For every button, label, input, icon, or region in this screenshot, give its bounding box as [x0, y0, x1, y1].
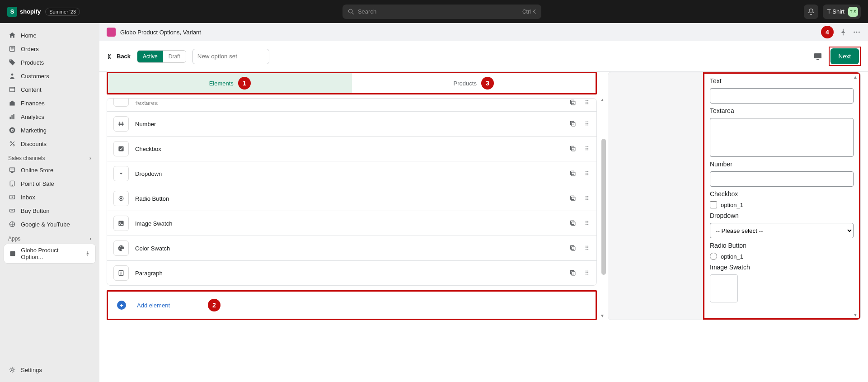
- sidebar-item-marketing[interactable]: Marketing: [4, 123, 96, 137]
- sidebar-channel-online-store[interactable]: Online Store: [4, 163, 96, 177]
- callout-3: 3: [481, 77, 494, 90]
- duplicate-icon[interactable]: [569, 145, 577, 152]
- preview-form-highlight: ▲ Text Textarea Number Checkbox option_1…: [703, 72, 860, 320]
- desktop-preview-icon[interactable]: [813, 52, 822, 61]
- store-menu[interactable]: T-Shirt T-S: [823, 5, 861, 19]
- drag-icon[interactable]: [584, 269, 590, 277]
- svg-point-39: [586, 124, 586, 125]
- checkbox-input[interactable]: [710, 201, 717, 208]
- element-row-paragraph[interactable]: Paragraph: [107, 261, 596, 285]
- apps-header[interactable]: Apps ›: [4, 231, 96, 244]
- sidebar-channel-google[interactable]: Google & YouTube: [4, 217, 96, 231]
- more-icon[interactable]: [853, 28, 861, 36]
- sidebar-item-analytics[interactable]: Analytics: [4, 110, 96, 123]
- preview-dropdown-label: Dropdown: [710, 212, 854, 219]
- sidebar-item-discounts[interactable]: Discounts: [4, 137, 96, 151]
- svg-rect-90: [572, 272, 575, 275]
- sidebar-item-finances[interactable]: Finances: [4, 96, 96, 110]
- pin-icon[interactable]: [84, 250, 91, 257]
- callout-4: 4: [821, 26, 834, 38]
- sidebar-item-home[interactable]: Home: [4, 28, 96, 42]
- svg-rect-60: [572, 197, 575, 201]
- preview-scroll-down-icon[interactable]: ▼: [853, 312, 858, 317]
- svg-rect-70: [572, 222, 575, 226]
- drag-icon[interactable]: [584, 220, 590, 227]
- search-shortcut: Ctrl K: [522, 9, 536, 15]
- scroll-down-icon[interactable]: ▼: [599, 313, 606, 318]
- duplicate-icon[interactable]: [569, 195, 577, 202]
- sidebar-item-content[interactable]: Content: [4, 83, 96, 96]
- palette-icon: [113, 241, 129, 256]
- svg-rect-23: [814, 53, 821, 58]
- radio-input[interactable]: [710, 253, 717, 260]
- element-row-color-swatch[interactable]: Color Swatch: [107, 236, 596, 261]
- svg-rect-50: [572, 172, 575, 176]
- element-row-checkbox[interactable]: Checkbox: [107, 137, 596, 161]
- status-draft[interactable]: Draft: [163, 51, 186, 62]
- sidebar-item-label: Settings: [21, 367, 42, 373]
- svg-rect-12: [10, 181, 14, 186]
- left-panel: Elements 1 Products 3 ▲ ▼ Textarea: [107, 72, 597, 320]
- preview-swatch[interactable]: [710, 274, 738, 302]
- sidebar-item-orders[interactable]: Orders: [4, 42, 96, 56]
- preview-checkbox-option[interactable]: option_1: [710, 201, 854, 208]
- element-row-number[interactable]: Number: [107, 112, 596, 137]
- sidebar-channel-pos[interactable]: Point of Sale: [4, 177, 96, 190]
- element-row-image-swatch[interactable]: Image Swatch: [107, 211, 596, 236]
- svg-point-67: [587, 199, 588, 200]
- sales-channels-header[interactable]: Sales channels ›: [4, 151, 96, 163]
- tab-elements[interactable]: Elements 1: [108, 73, 352, 93]
- svg-point-38: [587, 123, 588, 124]
- next-button[interactable]: Next: [830, 48, 859, 64]
- sidebar-app-globo[interactable]: Globo Product Option...: [4, 244, 96, 264]
- duplicate-icon[interactable]: [569, 120, 577, 127]
- number-icon: [113, 116, 129, 132]
- drag-icon[interactable]: [584, 245, 590, 252]
- drag-icon[interactable]: [584, 99, 590, 106]
- element-row-textarea[interactable]: Textarea: [107, 99, 596, 112]
- svg-point-53: [587, 171, 588, 172]
- pin-app-icon[interactable]: [839, 28, 847, 36]
- shopify-logo[interactable]: S shopify: [7, 7, 41, 17]
- add-element-highlight[interactable]: + Add element 2: [107, 290, 597, 320]
- duplicate-icon[interactable]: [569, 220, 577, 227]
- duplicate-icon[interactable]: [569, 99, 577, 106]
- duplicate-icon[interactable]: [569, 170, 577, 177]
- drag-icon[interactable]: [584, 195, 590, 202]
- sidebar-item-label: Home: [21, 32, 37, 39]
- preview-number-input[interactable]: [710, 171, 854, 187]
- sidebar-item-products[interactable]: Products: [4, 56, 96, 69]
- svg-rect-42: [572, 147, 575, 151]
- preview-text-input[interactable]: [710, 88, 854, 104]
- back-button[interactable]: Back: [107, 53, 131, 60]
- element-row-dropdown[interactable]: Dropdown: [107, 161, 596, 186]
- preview-textarea-input[interactable]: [710, 118, 854, 157]
- svg-point-15: [12, 197, 13, 198]
- duplicate-icon[interactable]: [569, 269, 577, 277]
- element-list: Textarea Number: [107, 98, 597, 286]
- scrollbar[interactable]: [601, 139, 606, 275]
- preview-dropdown-input[interactable]: -- Please select --: [710, 223, 854, 238]
- notifications-button[interactable]: [804, 5, 818, 19]
- sidebar-item-label: Products: [21, 59, 44, 66]
- status-active[interactable]: Active: [137, 51, 163, 62]
- option-set-name-input[interactable]: [192, 49, 269, 64]
- svg-point-37: [586, 123, 586, 124]
- preview-radio-option[interactable]: option_1: [710, 253, 854, 260]
- drag-icon[interactable]: [584, 120, 590, 127]
- duplicate-icon[interactable]: [569, 245, 577, 252]
- drag-icon[interactable]: [584, 170, 590, 177]
- scroll-up-icon[interactable]: ▲: [599, 97, 606, 102]
- element-row-radio[interactable]: Radio Button: [107, 186, 596, 211]
- tab-products[interactable]: Products 3: [352, 73, 596, 93]
- drag-icon[interactable]: [584, 145, 590, 152]
- sidebar-item-customers[interactable]: Customers: [4, 69, 96, 83]
- sidebar-settings[interactable]: Settings: [4, 363, 96, 377]
- sidebar-channel-inbox[interactable]: Inbox: [4, 190, 96, 204]
- svg-point-84: [587, 245, 588, 246]
- preview-scroll-up-icon[interactable]: ▲: [853, 75, 858, 80]
- svg-point-87: [586, 249, 586, 250]
- sidebar-channel-buy-button[interactable]: Buy Button: [4, 204, 96, 217]
- toolbar: Back Active Draft Next: [99, 41, 868, 72]
- search-box[interactable]: Search Ctrl K: [343, 5, 541, 19]
